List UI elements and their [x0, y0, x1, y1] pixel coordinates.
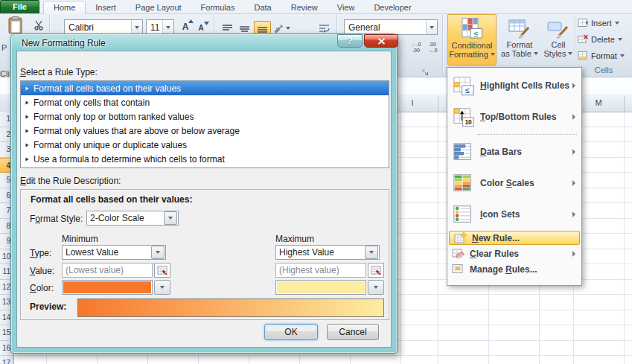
tab-data[interactable]: Data — [244, 1, 281, 13]
menu-item-highlight-cells-rules[interactable]: ≤Highlight Cells Rules — [447, 70, 581, 101]
rule-type-format-all-cells-based-on-their-values[interactable]: Format all cells based on their values — [21, 81, 389, 95]
format-button[interactable]: Format — [578, 50, 625, 62]
menu-item-label: New Rule... — [472, 233, 579, 243]
paste-button[interactable] — [6, 16, 25, 34]
delete-button[interactable]: Delete — [578, 33, 622, 45]
submenu-arrow-icon — [572, 251, 575, 257]
tab-file[interactable]: File — [0, 0, 39, 13]
number-dialog-launcher[interactable] — [421, 68, 430, 77]
dialog-title: New Formatting Rule — [22, 38, 106, 48]
menu-separator — [477, 134, 577, 135]
decrease-decimal-button[interactable]: .00→.0 — [425, 39, 440, 56]
number-format-dropdown-arrow[interactable] — [426, 20, 437, 34]
conditional-formatting-label1: Conditional — [451, 41, 492, 50]
ok-button[interactable]: OK — [264, 324, 318, 340]
rule-arrow-icon — [26, 100, 29, 104]
min-color-swatch[interactable] — [62, 280, 153, 295]
menu-item-new-rule[interactable]: New Rule... — [449, 231, 580, 245]
min-value-refedit-button[interactable] — [154, 263, 170, 278]
submenu-arrow-icon — [572, 114, 575, 120]
svg-text:≤: ≤ — [465, 86, 470, 95]
wrap-text-icon — [319, 24, 330, 33]
min-value-input[interactable] — [62, 263, 153, 278]
format-as-table-button[interactable]: Format as Table — [499, 14, 540, 66]
menu-item-label: Top/Bottom Rules — [480, 112, 572, 122]
insert-cells-icon — [578, 18, 588, 29]
menu-item-clear-rules[interactable]: Clear Rules — [447, 246, 581, 261]
conditional-formatting-icon: ≤ — [461, 17, 483, 39]
max-type-dropdown-arrow[interactable] — [365, 246, 378, 259]
maximum-header: Maximum — [275, 234, 314, 244]
rule-type-format-only-top-or-bottom-ranked-values[interactable]: Format only top or bottom ranked values — [21, 109, 389, 124]
dialog-help-button[interactable]: ? — [337, 34, 363, 48]
max-value-input[interactable] — [275, 263, 366, 278]
max-color-swatch[interactable] — [275, 280, 366, 295]
rule-type-format-only-unique-or-duplicate-values[interactable]: Format only unique or duplicate values — [21, 138, 389, 152]
paste-label-fragment: P — [1, 43, 7, 52]
menu-item-data-bars[interactable]: Data Bars — [447, 136, 581, 167]
row-header-17[interactable]: 17 — [0, 356, 13, 364]
cf-menu: ≤Highlight Cells Rules10Top/Bottom Rules… — [447, 67, 582, 286]
tab-page-layout[interactable]: Page Layout — [126, 1, 191, 13]
delete-label: Delete — [591, 35, 615, 44]
grow-font-button[interactable]: A — [179, 19, 192, 34]
format-style-dropdown-arrow[interactable] — [164, 211, 177, 225]
shrink-font-button[interactable]: A — [195, 21, 207, 34]
tab-review[interactable]: Review — [281, 1, 328, 13]
tab-view[interactable]: View — [328, 1, 365, 13]
menu-item-label: Color Scales — [480, 178, 572, 188]
highlight-cells-rules-icon: ≤ — [447, 75, 480, 97]
dropdown-arrow-icon — [618, 38, 622, 41]
gridline — [624, 112, 625, 364]
conditional-formatting-button[interactable]: ≤ Conditional Formatting — [447, 14, 497, 66]
insert-button[interactable]: Insert — [578, 17, 619, 29]
menu-item-top-bottom-rules[interactable]: 10Top/Bottom Rules — [447, 101, 581, 132]
cell-styles-label2: Styles — [544, 49, 573, 58]
tab-developer[interactable]: Developer — [364, 1, 421, 13]
menu-item-icon-sets[interactable]: Icon Sets — [447, 199, 581, 230]
cut-button[interactable] — [33, 19, 45, 31]
group-separator — [575, 15, 575, 73]
cancel-button[interactable]: Cancel — [327, 324, 379, 340]
tab-home[interactable]: Home — [43, 1, 86, 14]
min-type-combo[interactable]: Lowest Value — [62, 245, 166, 260]
column-separator — [624, 95, 625, 112]
submenu-arrow-icon — [572, 83, 575, 89]
font-name-combo[interactable]: Calibri — [64, 19, 143, 35]
dialog-close-button[interactable] — [364, 34, 398, 48]
number-format-combo[interactable]: General — [344, 19, 438, 35]
increase-decimal-button[interactable]: ←.0.00 — [409, 39, 424, 56]
cell-styles-button[interactable]: Cell Styles — [541, 14, 575, 66]
rule-description-groupbox: Format all cells based on their values: … — [20, 189, 389, 320]
rule-type-listbox: Format all cells based on their valuesFo… — [20, 80, 389, 168]
ribbon-tabs: FileHomeInsertPage LayoutFormulasDataRev… — [0, 0, 632, 14]
max-color-dropdown-button[interactable] — [368, 280, 384, 295]
max-type-combo[interactable]: Highest Value — [275, 245, 380, 260]
rule-type-use-a-formula-to-determine-which-cells-to-format[interactable]: Use a formula to determine which cells t… — [21, 152, 389, 166]
format-style-combo[interactable]: 2-Color Scale — [86, 211, 179, 226]
rule-type-format-only-cells-that-contain[interactable]: Format only cells that contain — [21, 95, 389, 109]
font-size-dropdown-arrow[interactable] — [162, 20, 173, 34]
rule-type-format-only-values-that-are-above-or-below-average[interactable]: Format only values that are above or bel… — [21, 124, 389, 138]
format-as-table-label2: as Table — [501, 49, 538, 58]
font-size-combo[interactable]: 11 — [146, 19, 174, 35]
color-scales-icon — [447, 173, 480, 194]
conditional-formatting-label2: Formatting — [449, 50, 495, 59]
max-value-refedit-button[interactable] — [368, 263, 384, 278]
color-label: Color: — [30, 283, 54, 293]
font-name-dropdown-arrow[interactable] — [131, 20, 142, 34]
edit-rule-section-label: Edit the Rule Description: — [20, 176, 121, 186]
rule-arrow-icon — [26, 143, 29, 147]
cell-styles-icon — [547, 16, 569, 39]
excel-window: IM 1234567891011121314151617 FileHomeIns… — [0, 0, 632, 364]
tab-formulas[interactable]: Formulas — [191, 1, 245, 13]
format-cells-icon — [578, 51, 588, 62]
preview-gradient — [77, 298, 384, 317]
menu-item-manage-rules[interactable]: Manage Rules... — [447, 261, 581, 277]
min-type-dropdown-arrow[interactable] — [151, 246, 165, 259]
new-rule-icon — [450, 232, 472, 244]
icon-sets-icon — [447, 204, 480, 226]
min-color-dropdown-button[interactable] — [154, 280, 170, 295]
menu-item-color-scales[interactable]: Color Scales — [447, 167, 581, 199]
tab-insert[interactable]: Insert — [86, 1, 126, 13]
